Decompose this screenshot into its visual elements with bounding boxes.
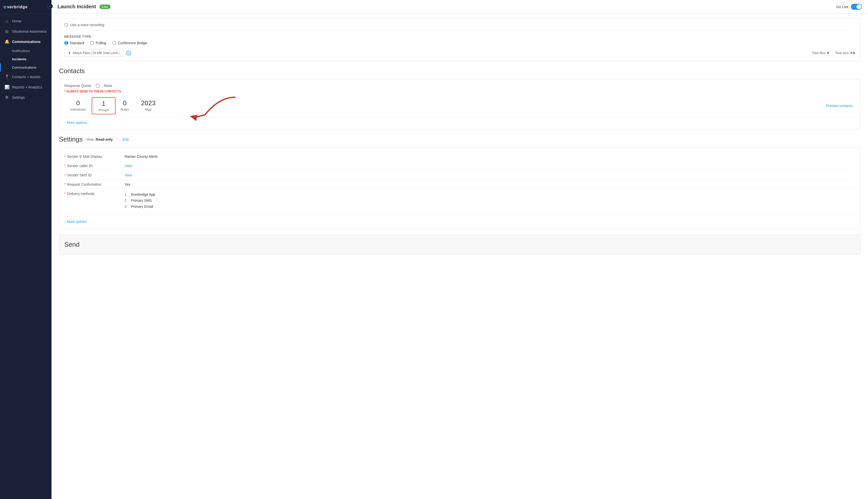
settings-box: * Sender E-Mail Display: Rainier County … <box>59 147 860 228</box>
view-mode-value: Read-only <box>96 137 113 142</box>
delivery-list: 1 Everbridge App 2 Primary SMS 3 Primary… <box>125 192 155 209</box>
sidebar-item-settings[interactable]: ⚙ Settings <box>0 92 51 102</box>
sidebar-item-home-label: Home <box>12 19 21 23</box>
settings-value-sms-id-link[interactable]: View <box>125 173 132 177</box>
delivery-label-2: Primary SMS <box>131 198 152 204</box>
situational-awareness-icon: ◎ <box>4 29 9 34</box>
view-text: View: <box>86 137 95 142</box>
page-title: Launch Incident <box>58 4 96 10</box>
response-quota-row: Response Quota: None <box>64 84 855 88</box>
message-type-radio-group: Standard Polling Conference Bridge <box>64 41 855 45</box>
delivery-label-1: Everbridge App <box>131 192 155 198</box>
preview-contacts-link[interactable]: Preview contacts <box>826 104 855 108</box>
contacts-stats: 0 Individuals 1 Groups 0 Rules 2023 <box>64 97 161 114</box>
sidebar-item-reports-analytics-label: Reports + Analytics <box>12 85 42 89</box>
settings-value-delivery: 1 Everbridge App 2 Primary SMS 3 Primary… <box>125 192 155 209</box>
settings-key-caller-id: * Sender caller ID: <box>64 164 125 168</box>
stat-individuals-label: Individuals <box>70 108 86 111</box>
stat-individuals[interactable]: 0 Individuals <box>64 97 92 113</box>
sidebar-item-settings-label: Settings <box>12 96 25 99</box>
contacts-box: Response Quota: None * ALWAYS SEND TO TH… <box>59 79 860 130</box>
sidebar-nav: ⌂ Home ◎ Situational Awareness 🔔 Communi… <box>0 14 51 102</box>
attach-row: ⬆ Attach Files ( 20 MB Total Limit ) i T… <box>64 49 855 57</box>
radio-conference-bridge-circle <box>112 41 116 45</box>
sidebar-item-communications-sub-label: Communications <box>12 65 36 69</box>
stat-rules-number: 0 <box>121 99 129 107</box>
content-inner: Use a voice recording MESSAGE TYPE: Stan… <box>51 14 868 499</box>
delivery-num-1: 1 <box>125 192 128 198</box>
sidebar-item-notifications-label: Notifications <box>12 49 30 53</box>
always-send-label: * ALWAYS SEND TO THESE CONTACTS <box>64 90 855 93</box>
sidebar-item-communications[interactable]: 🔔 Communications <box>0 36 51 47</box>
total-files-label: Total files: 0 <box>812 51 829 55</box>
contacts-more-options[interactable]: › More options <box>64 117 855 125</box>
radio-polling[interactable]: Polling <box>90 41 106 45</box>
sidebar-item-notifications[interactable]: Notifications <box>0 47 51 55</box>
sidebar-item-incidents[interactable]: Incidents <box>0 55 51 63</box>
sidebar-item-contacts-assets[interactable]: 📍 Contacts + Assets <box>0 72 51 82</box>
settings-key-caller-id-label: Sender caller ID: <box>67 164 93 168</box>
voice-recording-radio[interactable] <box>64 23 68 27</box>
settings-edit-link[interactable]: Edit <box>123 137 129 142</box>
response-quota-radio[interactable] <box>96 84 100 88</box>
delivery-item-3: 3 Primary Email <box>125 204 155 210</box>
home-icon: ⌂ <box>4 19 9 23</box>
reports-analytics-icon: 📊 <box>4 85 9 89</box>
red-arrow-svg <box>175 95 240 130</box>
stat-map-number: 2023 <box>141 99 156 107</box>
radio-standard-circle <box>64 41 68 45</box>
go-live-toggle[interactable] <box>851 4 862 10</box>
settings-row-sms-id: * Sender SMS ID: View <box>64 170 855 180</box>
required-star-sms-id: * <box>64 173 65 177</box>
settings-key-sms-id: * Sender SMS ID: <box>64 173 125 177</box>
stat-rules-label: Rules <box>121 108 129 111</box>
delivery-num-2: 2 <box>125 198 128 204</box>
attach-files-button[interactable]: ⬆ Attach Files ( 20 MB Total Limit ) <box>64 49 123 57</box>
voice-recording-row: Use a voice recording <box>64 23 855 31</box>
sidebar-item-communications-sub[interactable]: Communications <box>0 63 51 72</box>
settings-icon: ⚙ <box>4 95 9 100</box>
sidebar-item-reports-analytics[interactable]: 📊 Reports + Analytics <box>0 82 51 92</box>
settings-value-caller-id-link[interactable]: View <box>125 164 132 168</box>
contacts-assets-icon: 📍 <box>4 74 9 79</box>
total-size-label: Total size: 0 b <box>835 51 855 55</box>
delivery-label-3: Primary Email <box>131 204 153 210</box>
sidebar-item-situational-awareness[interactable]: ◎ Situational Awareness <box>0 26 51 36</box>
radio-standard[interactable]: Standard <box>64 41 84 45</box>
radio-polling-label: Polling <box>96 41 106 45</box>
delivery-item-1: 1 Everbridge App <box>125 192 155 198</box>
stat-map[interactable]: 2023 Map <box>135 97 161 113</box>
top-bar-right: Go Live <box>836 4 862 10</box>
settings-key-email-label: Sender E-Mail Display: <box>67 155 103 159</box>
settings-more-options[interactable]: › More options <box>64 216 855 223</box>
red-arrow-annotation <box>175 95 240 131</box>
upload-icon: ⬆ <box>68 51 71 55</box>
top-bar: Launch Incident Live Go Live <box>51 0 868 14</box>
live-badge: Live <box>99 4 111 9</box>
stat-groups[interactable]: 1 Groups <box>92 97 115 114</box>
contacts-more-options-label: More options <box>67 121 87 125</box>
contacts-heading: Contacts <box>59 67 860 75</box>
go-live-label: Go Live <box>836 5 848 9</box>
settings-key-delivery-label: Delivery methods: <box>67 192 95 196</box>
chevron-right-icon: › <box>64 121 65 124</box>
message-type-section: Use a voice recording MESSAGE TYPE: Stan… <box>59 19 860 61</box>
send-section: Send <box>59 234 860 255</box>
response-quota-label: Response Quota: <box>64 84 92 88</box>
settings-row-confirmation: * Request Confirmation: Yes <box>64 180 855 189</box>
sidebar-item-home[interactable]: ⌂ Home <box>0 16 51 26</box>
stat-rules[interactable]: 0 Rules <box>115 97 135 113</box>
sidebar: e verbridge ‹‹ ⌂ Home ◎ Situational Awar… <box>0 0 51 499</box>
required-star-confirmation: * <box>64 182 65 186</box>
attach-files-label: Attach Files ( 20 MB Total Limit ) <box>73 51 120 55</box>
file-info: Total files: 0 Total size: 0 b <box>812 51 855 55</box>
required-star-email: * <box>64 155 65 159</box>
logo-name: verbridge <box>7 5 28 9</box>
info-icon[interactable]: i <box>126 51 131 55</box>
sidebar-item-situational-awareness-label: Situational Awareness <box>12 29 47 34</box>
radio-conference-bridge-label: Conference Bridge <box>118 41 147 45</box>
sidebar-item-contacts-assets-label: Contacts + Assets <box>12 75 40 79</box>
sidebar-collapse-button[interactable]: ‹‹ <box>47 3 51 9</box>
message-type-label: MESSAGE TYPE: <box>64 35 855 38</box>
radio-conference-bridge[interactable]: Conference Bridge <box>112 41 147 45</box>
